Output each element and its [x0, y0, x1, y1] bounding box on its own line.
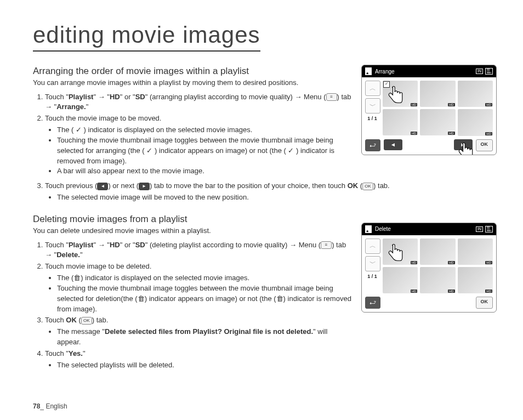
hd-badge: HD [411, 103, 418, 106]
hand-pointer-icon [457, 141, 474, 155]
section-delete-intro: You can delete undesired movie images wi… [33, 226, 351, 236]
ok-icon: OK [362, 183, 373, 190]
footer-language: English [46, 402, 67, 410]
hd-badge: HD [411, 290, 418, 293]
page-indicator: 1 / 1 [365, 116, 379, 121]
scroll-up-button[interactable]: ︿ [365, 239, 380, 254]
scroll-down-button[interactable]: ﹀ [365, 98, 380, 113]
movie-thumbnail[interactable]: HD [420, 239, 455, 265]
arrange-step-2: Touch the movie image to be moved. The (… [45, 113, 351, 177]
movie-thumbnail[interactable]: HD [383, 239, 418, 265]
hd-badge: HD [448, 103, 455, 106]
battery-icon: 80 Min [485, 226, 493, 232]
checkmark-icon: ✓ [383, 81, 390, 88]
page-number: 78 [33, 402, 40, 410]
delete-step-2: Touch movie image to be deleted. The (🗑)… [45, 262, 351, 314]
delete-bullet-2: Touching the movie thumbnail image toggl… [57, 283, 351, 315]
arrange-bullet-4: The selected movie image will be moved t… [57, 192, 496, 203]
ok-button[interactable]: OK [476, 297, 493, 309]
movie-thumbnail[interactable]: HD [420, 267, 455, 293]
hd-badge: HD [448, 132, 455, 135]
arrange-bullet-1: The ( ✓ ) indicator is displayed on the … [57, 125, 351, 135]
movie-thumbnail[interactable]: HD [458, 239, 493, 265]
arrange-bullet-3: A bar will also appear next to the movie… [57, 166, 351, 177]
battery-icon: 80 Min [485, 68, 493, 75]
arrange-step-1: Touch "Playlist" → "HD" or "SD" (arrangi… [45, 92, 351, 113]
thumbnail-grid: HD HD HD HD HD HD [383, 239, 493, 294]
hand-pointer-icon [387, 243, 403, 264]
hd-badge: HD [485, 132, 492, 135]
section-delete-wrap: Deleting movie images from a playlist Yo… [33, 209, 496, 373]
scroll-up-button[interactable]: ︿ [365, 81, 380, 96]
section-arrange-wrap: Arranging the order of movie images with… [33, 61, 496, 179]
next-icon: ► [139, 183, 150, 190]
hd-badge: HD [411, 261, 418, 264]
movie-thumbnail[interactable]: ✓HD [383, 81, 418, 107]
hd-badge: HD [485, 290, 492, 293]
delete-step-4: Touch "Yes." The selected playlists will… [45, 349, 351, 371]
figure-delete-header: Delete IN 80 Min [362, 223, 496, 235]
movie-thumbnail[interactable]: HD [458, 267, 493, 293]
playlist-doc-icon [365, 67, 372, 75]
arrange-step-3: Touch previous (◄) or next (►) tab to mo… [45, 181, 496, 203]
back-button[interactable]: ⮐ [365, 297, 380, 309]
movie-thumbnail[interactable]: HD [383, 267, 418, 293]
playlist-doc-icon [365, 225, 372, 233]
movie-thumbnail[interactable]: HD [383, 109, 418, 135]
hd-badge: HD [485, 103, 492, 106]
next-nav-button[interactable]: ► [454, 139, 473, 150]
section-delete-heading: Deleting movie images from a playlist [33, 214, 351, 225]
page-indicator: 1 / 1 [365, 274, 379, 279]
hd-badge: HD [485, 261, 492, 264]
delete-bullet-1: The (🗑) indicator is displayed on the se… [57, 273, 351, 283]
scroll-down-button[interactable]: ﹀ [365, 256, 380, 271]
delete-bullet-4: The selected playlists will be deleted. [57, 360, 351, 371]
movie-thumbnail[interactable]: HD [420, 109, 455, 135]
hd-badge: HD [448, 290, 455, 293]
page-title: editing movie images [33, 22, 260, 52]
prev-nav-button[interactable]: ◄ [384, 139, 402, 150]
menu-icon: ≡ [326, 93, 337, 101]
prev-icon: ◄ [97, 183, 108, 190]
figure-arrange-header: Arrange IN 80 Min [362, 65, 496, 77]
figure-arrange: Arrange IN 80 Min ︿ ﹀ 1 / 1 ✓HD [361, 65, 497, 155]
arrange-bullet-2: Touching the movie thumbnail image toggl… [57, 135, 351, 167]
figure-delete: Delete IN 80 Min ︿ ﹀ 1 / 1 HD [361, 223, 497, 313]
movie-thumbnail[interactable]: HD [458, 109, 493, 135]
ok-icon: OK [81, 317, 92, 325]
movie-thumbnail[interactable]: HD [420, 81, 455, 107]
delete-bullet-3: The message "Delete selected files from … [57, 327, 351, 348]
manual-page: editing movie images Arranging the order… [0, 0, 523, 420]
delete-step-3: Touch OK (OK) tab. The message "Delete s… [45, 315, 351, 348]
delete-step-1: Touch "Playlist" → "HD" or "SD" (deletin… [45, 240, 351, 261]
movie-thumbnail[interactable]: HD [458, 81, 493, 107]
storage-in-icon: IN [476, 226, 483, 232]
page-footer: 78_ English [33, 402, 67, 410]
hd-badge: HD [448, 261, 455, 264]
section-arrange-intro: You can arrange movie images within a pl… [33, 78, 351, 88]
thumbnail-grid: ✓HD HD HD HD HD HD [383, 81, 493, 136]
hd-badge: HD [411, 132, 418, 135]
figure-arrange-title: Arrange [375, 69, 395, 75]
section-arrange-heading: Arranging the order of movie images with… [33, 66, 351, 77]
back-button[interactable]: ⮐ [365, 139, 380, 151]
figure-delete-title: Delete [375, 226, 391, 232]
hand-pointer-icon [387, 85, 403, 106]
ok-button[interactable]: OK [476, 139, 493, 151]
menu-icon: ≡ [321, 241, 332, 249]
storage-in-icon: IN [476, 69, 483, 74]
